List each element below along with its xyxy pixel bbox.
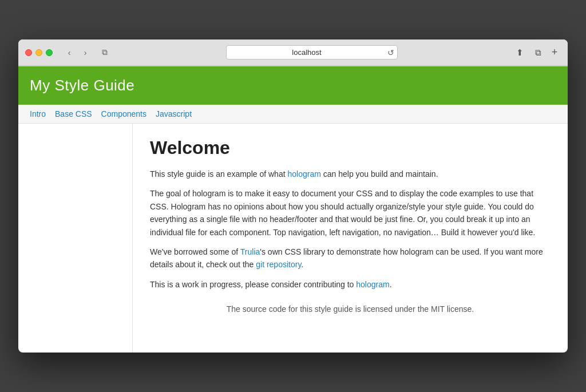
paragraph-2-text: The goal of hologram is to make it easy … [150,189,535,236]
window-icon-button[interactable]: ⧉ [97,47,112,58]
tabs-button[interactable]: ⧉ [530,46,546,60]
site-header: My Style Guide [18,66,568,105]
nav-link-javascript[interactable]: Javascript [156,109,192,118]
page-heading: Welcome [150,137,551,159]
paragraph-4-after: . [390,280,392,289]
new-tab-button[interactable]: + [548,46,561,59]
site-content: Welcome This style guide is an example o… [18,124,568,353]
close-button[interactable] [25,49,32,56]
paragraph-1-before: This style guide is an example of what [150,169,287,179]
address-bar-container: ↺ [117,45,507,60]
git-repository-link[interactable]: git repository [256,260,301,269]
browser-actions: ⬆ ⧉ + [512,46,561,60]
paragraph-3: We've borrowed some of Trulia's own CSS … [150,246,551,271]
traffic-lights [25,49,53,56]
paragraph-2: The goal of hologram is to make it easy … [150,187,551,239]
footer-text: The source code for this style guide is … [150,304,551,314]
browser-window: ‹ › ⧉ ↺ ⬆ ⧉ + My Style Guide Intr [18,39,568,353]
paragraph-4-before: This is a work in progress, please consi… [150,280,356,289]
refresh-button[interactable]: ↺ [386,47,395,58]
paragraph-1-after: can help you build and maintain. [321,169,438,179]
main-content: Welcome This style guide is an example o… [133,124,568,353]
nav-link-components[interactable]: Components [101,109,146,118]
minimize-button[interactable] [35,49,42,56]
address-bar[interactable] [226,45,398,60]
forward-button[interactable]: › [78,47,93,58]
paragraph-4: This is a work in progress, please consi… [150,278,551,291]
nav-link-basecss[interactable]: Base CSS [55,109,92,118]
site: My Style Guide Intro Base CSS Components… [18,66,568,353]
trulia-link[interactable]: Trulia [240,247,260,256]
hologram-link-1[interactable]: hologram [287,169,320,179]
paragraph-3-after: . [301,260,303,269]
hologram-link-2[interactable]: hologram [356,280,389,289]
paragraph-3-before: We've borrowed some of [150,247,240,256]
site-nav: Intro Base CSS Components Javascript [18,105,568,124]
site-title: My Style Guide [30,77,556,94]
paragraph-1: This style guide is an example of what h… [150,168,551,180]
back-button[interactable]: ‹ [62,47,77,58]
sidebar [18,124,133,353]
browser-titlebar: ‹ › ⧉ ↺ ⬆ ⧉ + [18,39,568,66]
maximize-button[interactable] [46,49,53,56]
nav-buttons: ‹ › [62,47,93,58]
nav-link-intro[interactable]: Intro [30,109,46,118]
share-button[interactable]: ⬆ [512,46,528,60]
browser-chrome: ‹ › ⧉ ↺ ⬆ ⧉ + [18,39,568,66]
